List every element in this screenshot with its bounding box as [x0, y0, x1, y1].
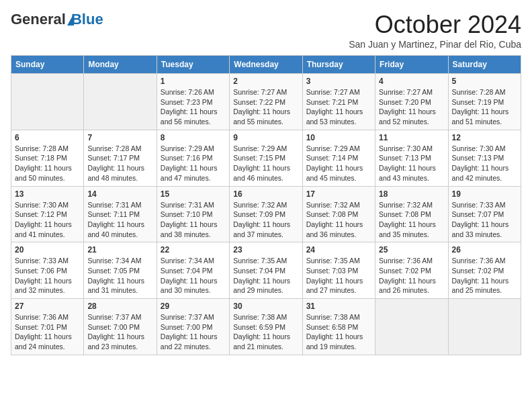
calendar-cell: 15Sunrise: 7:31 AM Sunset: 7:10 PM Dayli… [157, 186, 229, 242]
day-number: 7 [87, 133, 152, 142]
day-number: 2 [233, 77, 298, 86]
calendar-cell: 26Sunrise: 7:36 AM Sunset: 7:02 PM Dayli… [448, 242, 521, 299]
calendar-week-5: 27Sunrise: 7:36 AM Sunset: 7:01 PM Dayli… [11, 299, 521, 355]
calendar-cell: 31Sunrise: 7:38 AM Sunset: 6:58 PM Dayli… [302, 299, 375, 355]
day-info: Sunrise: 7:36 AM Sunset: 7:01 PM Dayligh… [15, 312, 80, 352]
logo: General Blue [11, 11, 103, 28]
calendar-week-2: 6Sunrise: 7:28 AM Sunset: 7:18 PM Daylig… [11, 130, 521, 186]
day-info: Sunrise: 7:34 AM Sunset: 7:04 PM Dayligh… [161, 256, 226, 295]
day-info: Sunrise: 7:28 AM Sunset: 7:18 PM Dayligh… [15, 144, 80, 183]
month-title: October 2024 [349, 11, 521, 39]
calendar-cell: 2Sunrise: 7:27 AM Sunset: 7:22 PM Daylig… [230, 74, 302, 130]
day-info: Sunrise: 7:28 AM Sunset: 7:19 PM Dayligh… [452, 87, 517, 127]
calendar-cell: 11Sunrise: 7:30 AM Sunset: 7:13 PM Dayli… [375, 130, 448, 186]
day-number: 27 [15, 302, 80, 311]
day-number: 31 [306, 302, 371, 311]
logo-blue-text: Blue [71, 11, 103, 28]
calendar-cell: 23Sunrise: 7:35 AM Sunset: 7:04 PM Dayli… [230, 242, 302, 299]
day-info: Sunrise: 7:29 AM Sunset: 7:15 PM Dayligh… [233, 144, 298, 183]
day-number: 6 [15, 133, 80, 142]
calendar-cell: 20Sunrise: 7:33 AM Sunset: 7:06 PM Dayli… [11, 242, 84, 299]
day-number: 1 [161, 77, 226, 86]
day-info: Sunrise: 7:29 AM Sunset: 7:14 PM Dayligh… [306, 144, 371, 183]
calendar-cell: 12Sunrise: 7:30 AM Sunset: 7:13 PM Dayli… [448, 130, 521, 186]
calendar-cell: 30Sunrise: 7:38 AM Sunset: 6:59 PM Dayli… [230, 299, 302, 355]
day-info: Sunrise: 7:36 AM Sunset: 7:02 PM Dayligh… [452, 256, 517, 295]
day-info: Sunrise: 7:33 AM Sunset: 7:06 PM Dayligh… [15, 256, 80, 295]
day-number: 20 [15, 245, 80, 255]
weekday-header-tuesday: Tuesday [157, 56, 229, 74]
calendar-cell: 14Sunrise: 7:31 AM Sunset: 7:11 PM Dayli… [84, 186, 157, 242]
day-info: Sunrise: 7:32 AM Sunset: 7:08 PM Dayligh… [306, 200, 371, 240]
day-number: 30 [233, 302, 298, 311]
day-info: Sunrise: 7:30 AM Sunset: 7:13 PM Dayligh… [379, 144, 444, 183]
page-header: General Blue October 2024 San Juan y Mar… [11, 11, 521, 50]
calendar-cell: 13Sunrise: 7:30 AM Sunset: 7:12 PM Dayli… [11, 186, 84, 242]
calendar-cell: 19Sunrise: 7:33 AM Sunset: 7:07 PM Dayli… [448, 186, 521, 242]
day-info: Sunrise: 7:26 AM Sunset: 7:23 PM Dayligh… [161, 87, 226, 127]
day-number: 21 [87, 245, 152, 255]
day-number: 23 [233, 245, 298, 255]
day-number: 11 [379, 133, 444, 142]
day-info: Sunrise: 7:33 AM Sunset: 7:07 PM Dayligh… [452, 200, 517, 240]
calendar-cell: 6Sunrise: 7:28 AM Sunset: 7:18 PM Daylig… [11, 130, 84, 186]
calendar-cell: 7Sunrise: 7:28 AM Sunset: 7:17 PM Daylig… [84, 130, 157, 186]
weekday-header-friday: Friday [375, 56, 448, 74]
day-number: 3 [306, 77, 371, 86]
day-info: Sunrise: 7:36 AM Sunset: 7:02 PM Dayligh… [379, 256, 444, 295]
day-number: 26 [452, 245, 517, 255]
day-number: 18 [379, 189, 444, 199]
day-number: 9 [233, 133, 298, 142]
calendar-week-3: 13Sunrise: 7:30 AM Sunset: 7:12 PM Dayli… [11, 186, 521, 242]
day-info: Sunrise: 7:30 AM Sunset: 7:13 PM Dayligh… [452, 144, 517, 183]
day-info: Sunrise: 7:28 AM Sunset: 7:17 PM Dayligh… [87, 144, 152, 183]
day-info: Sunrise: 7:32 AM Sunset: 7:09 PM Dayligh… [233, 200, 298, 240]
day-number: 17 [306, 189, 371, 199]
calendar-cell [84, 74, 157, 130]
day-number: 14 [87, 189, 152, 199]
day-info: Sunrise: 7:31 AM Sunset: 7:10 PM Dayligh… [161, 200, 226, 240]
day-number: 8 [161, 133, 226, 142]
day-info: Sunrise: 7:30 AM Sunset: 7:12 PM Dayligh… [15, 200, 80, 240]
location-subtitle: San Juan y Martinez, Pinar del Rio, Cuba [349, 39, 521, 50]
calendar-cell: 22Sunrise: 7:34 AM Sunset: 7:04 PM Dayli… [157, 242, 229, 299]
weekday-header-wednesday: Wednesday [230, 56, 302, 74]
calendar-cell: 25Sunrise: 7:36 AM Sunset: 7:02 PM Dayli… [375, 242, 448, 299]
calendar-cell: 21Sunrise: 7:34 AM Sunset: 7:05 PM Dayli… [84, 242, 157, 299]
day-info: Sunrise: 7:34 AM Sunset: 7:05 PM Dayligh… [87, 256, 152, 295]
calendar-cell: 29Sunrise: 7:37 AM Sunset: 7:00 PM Dayli… [157, 299, 229, 355]
day-info: Sunrise: 7:31 AM Sunset: 7:11 PM Dayligh… [87, 200, 152, 240]
day-number: 5 [452, 77, 517, 86]
day-number: 13 [15, 189, 80, 199]
day-info: Sunrise: 7:29 AM Sunset: 7:16 PM Dayligh… [161, 144, 226, 183]
day-number: 16 [233, 189, 298, 199]
day-number: 24 [306, 245, 371, 255]
calendar-cell: 1Sunrise: 7:26 AM Sunset: 7:23 PM Daylig… [157, 74, 229, 130]
calendar-cell: 16Sunrise: 7:32 AM Sunset: 7:09 PM Dayli… [230, 186, 302, 242]
day-info: Sunrise: 7:38 AM Sunset: 6:58 PM Dayligh… [306, 312, 371, 352]
calendar-cell: 8Sunrise: 7:29 AM Sunset: 7:16 PM Daylig… [157, 130, 229, 186]
title-block: October 2024 San Juan y Martinez, Pinar … [349, 11, 521, 50]
calendar-cell: 28Sunrise: 7:37 AM Sunset: 7:00 PM Dayli… [84, 299, 157, 355]
weekday-header-thursday: Thursday [302, 56, 375, 74]
calendar-cell: 18Sunrise: 7:32 AM Sunset: 7:08 PM Dayli… [375, 186, 448, 242]
calendar-header-row: SundayMondayTuesdayWednesdayThursdayFrid… [11, 56, 521, 74]
calendar-cell: 24Sunrise: 7:35 AM Sunset: 7:03 PM Dayli… [302, 242, 375, 299]
day-info: Sunrise: 7:37 AM Sunset: 7:00 PM Dayligh… [87, 312, 152, 352]
calendar-cell: 5Sunrise: 7:28 AM Sunset: 7:19 PM Daylig… [448, 74, 521, 130]
day-info: Sunrise: 7:38 AM Sunset: 6:59 PM Dayligh… [233, 312, 298, 352]
calendar-week-4: 20Sunrise: 7:33 AM Sunset: 7:06 PM Dayli… [11, 242, 521, 299]
day-number: 25 [379, 245, 444, 255]
calendar-cell: 9Sunrise: 7:29 AM Sunset: 7:15 PM Daylig… [230, 130, 302, 186]
day-number: 29 [161, 302, 226, 311]
calendar-cell [448, 299, 521, 355]
weekday-header-sunday: Sunday [11, 56, 84, 74]
day-info: Sunrise: 7:27 AM Sunset: 7:22 PM Dayligh… [233, 87, 298, 127]
calendar-table: SundayMondayTuesdayWednesdayThursdayFrid… [11, 55, 521, 355]
day-number: 19 [452, 189, 517, 199]
day-number: 12 [452, 133, 517, 142]
day-info: Sunrise: 7:32 AM Sunset: 7:08 PM Dayligh… [379, 200, 444, 240]
calendar-cell: 4Sunrise: 7:27 AM Sunset: 7:20 PM Daylig… [375, 74, 448, 130]
calendar-cell [375, 299, 448, 355]
weekday-header-monday: Monday [84, 56, 157, 74]
